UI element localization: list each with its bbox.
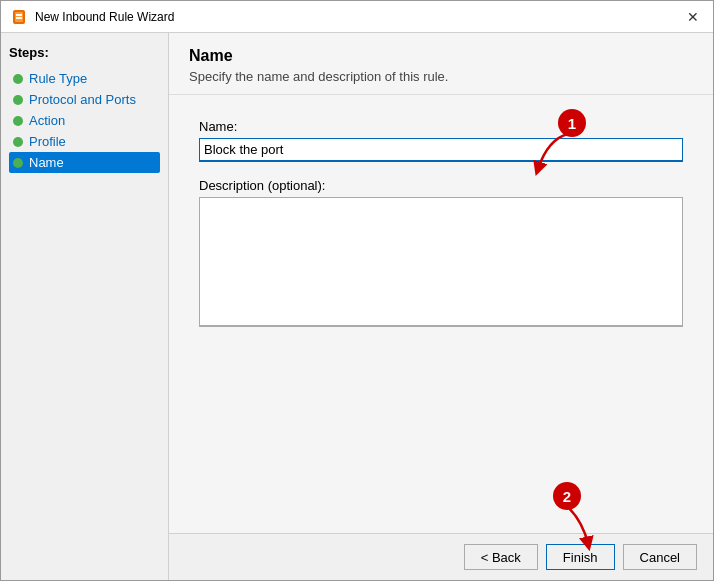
name-label: Name: [199, 119, 683, 134]
sidebar-item-rule-type[interactable]: Rule Type [9, 68, 160, 89]
main-panel: Name Specify the name and description of… [169, 33, 713, 580]
description-input[interactable] [199, 197, 683, 327]
sidebar-item-action[interactable]: Action [9, 110, 160, 131]
main-body: 1 Name: Description (optional): [169, 95, 713, 533]
step-link-profile[interactable]: Profile [29, 134, 66, 149]
content-area: Steps: Rule Type Protocol and Ports Acti… [1, 33, 713, 580]
app-icon [11, 9, 27, 25]
steps-label: Steps: [9, 45, 160, 60]
sidebar-item-profile[interactable]: Profile [9, 131, 160, 152]
desc-label: Description (optional): [199, 178, 683, 193]
footer: 2 < Back Finish Cancel [169, 533, 713, 580]
svg-rect-3 [16, 17, 22, 19]
back-button[interactable]: < Back [464, 544, 538, 570]
page-title: Name [189, 47, 693, 65]
svg-rect-2 [16, 14, 22, 16]
step-dot [13, 74, 23, 84]
title-bar-left: New Inbound Rule Wizard [11, 9, 174, 25]
sidebar-item-name[interactable]: Name [9, 152, 160, 173]
finish-button[interactable]: Finish [546, 544, 615, 570]
step-dot [13, 95, 23, 105]
step-link-rule-type[interactable]: Rule Type [29, 71, 87, 86]
window-title: New Inbound Rule Wizard [35, 10, 174, 24]
sidebar: Steps: Rule Type Protocol and Ports Acti… [1, 33, 169, 580]
page-subtitle: Specify the name and description of this… [189, 69, 693, 84]
wizard-window: New Inbound Rule Wizard ✕ Steps: Rule Ty… [0, 0, 714, 581]
step-link-name[interactable]: Name [29, 155, 64, 170]
main-header: Name Specify the name and description of… [169, 33, 713, 95]
step-dot [13, 116, 23, 126]
step-dot [13, 158, 23, 168]
close-button[interactable]: ✕ [683, 7, 703, 27]
step-link-action[interactable]: Action [29, 113, 65, 128]
name-input[interactable] [199, 138, 683, 162]
step-dot [13, 137, 23, 147]
sidebar-item-protocol-ports[interactable]: Protocol and Ports [9, 89, 160, 110]
step-link-protocol-ports[interactable]: Protocol and Ports [29, 92, 136, 107]
cancel-button[interactable]: Cancel [623, 544, 697, 570]
title-bar: New Inbound Rule Wizard ✕ [1, 1, 713, 33]
